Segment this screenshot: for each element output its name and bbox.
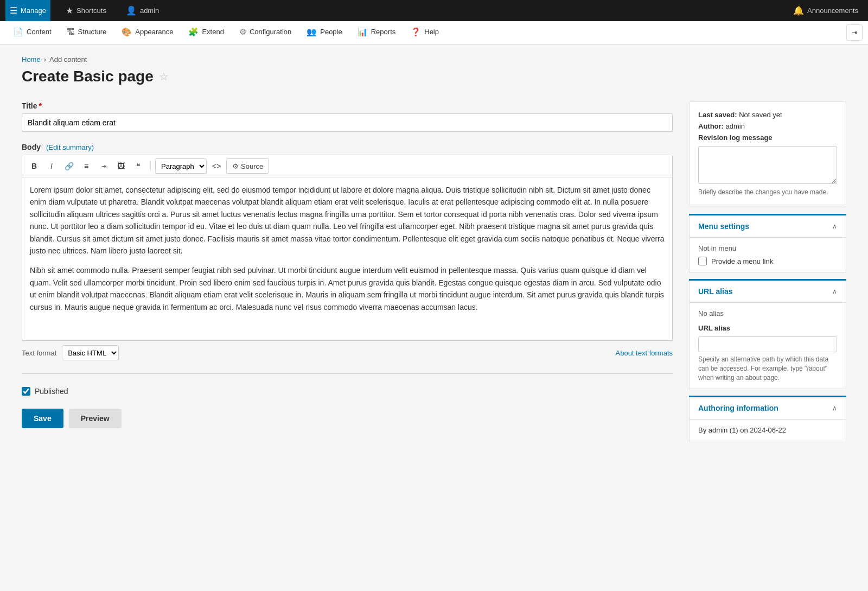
url-alias-chevron: ∧ — [832, 288, 837, 295]
text-format-select[interactable]: Basic HTML Full HTML Plain text — [62, 345, 119, 360]
url-alias-section-title: URL alias — [698, 287, 733, 296]
admin-bar: ☰ Manage ★ Shortcuts 👤 admin 🔔 Announcem… — [0, 0, 868, 21]
save-button[interactable]: Save — [22, 409, 63, 428]
title-input[interactable] — [22, 113, 673, 132]
nav-help[interactable]: ❓ Help — [403, 21, 446, 44]
body-paragraph-2: Nibh sit amet commodo nulla. Praesent se… — [30, 264, 665, 313]
authoring-section: Authoring information ∧ By admin (1) on … — [689, 396, 846, 441]
toolbar-separator — [150, 161, 151, 171]
authoring-header[interactable]: Authoring information ∧ — [689, 397, 846, 420]
published-label[interactable]: Published — [35, 387, 68, 396]
image-button[interactable]: 🖼 — [113, 158, 129, 174]
authoring-title: Authoring information — [698, 404, 778, 412]
nav-people[interactable]: 👥 People — [299, 21, 349, 44]
configuration-icon: ⚙ — [239, 27, 246, 37]
menu-settings-title: Menu settings — [698, 222, 749, 231]
menu-settings-header[interactable]: Menu settings ∧ — [689, 215, 846, 238]
body-field-group: Body (Edit summary) B I 🔗 ≡ ⇥ 🖼 ❝ — [22, 143, 673, 360]
breadcrumb: Home › Add content — [22, 55, 846, 63]
revision-hint: Briefly describe the changes you have ma… — [698, 188, 837, 196]
nav-structure[interactable]: 🏗 Structure — [59, 21, 114, 44]
structure-icon: 🏗 — [67, 27, 75, 36]
menu-link-label[interactable]: Provide a menu link — [711, 257, 773, 265]
blockquote-button[interactable]: ❝ — [131, 158, 146, 174]
breadcrumb-home[interactable]: Home — [22, 55, 41, 63]
nav-configuration[interactable]: ⚙ Configuration — [232, 21, 299, 44]
manage-button[interactable]: ☰ Manage — [5, 0, 50, 21]
editor-content[interactable]: Lorem ipsum dolor sit amet, consectetur … — [22, 177, 672, 340]
nav-collapse-button[interactable]: ⇥ — [846, 24, 863, 41]
published-checkbox[interactable] — [22, 387, 30, 396]
link-button[interactable]: 🔗 — [61, 158, 76, 174]
breadcrumb-separator: › — [44, 55, 46, 63]
menu-link-checkbox[interactable] — [698, 257, 707, 265]
url-alias-input[interactable] — [698, 336, 837, 352]
edit-summary-link[interactable]: (Edit summary) — [46, 143, 94, 151]
manage-icon: ☰ — [10, 5, 17, 16]
form-divider — [22, 373, 673, 374]
indent-button[interactable]: ⇥ — [96, 158, 111, 174]
admin-user-button[interactable]: 👤 admin — [122, 0, 163, 21]
preview-button[interactable]: Preview — [69, 409, 122, 428]
reports-icon: 📊 — [358, 27, 368, 37]
form-area: Title * Body (Edit summary) B I 🔗 — [22, 101, 673, 428]
editor-wrapper: B I 🔗 ≡ ⇥ 🖼 ❝ Paragraph Heading 1 Headin… — [22, 155, 673, 341]
page-title: Create Basic page — [22, 68, 154, 85]
menu-settings-section: Menu settings ∧ Not in menu Provide a me… — [689, 214, 846, 272]
action-buttons: Save Preview — [22, 409, 673, 428]
main-layout: Title * Body (Edit summary) B I 🔗 — [22, 101, 846, 448]
menu-settings-body: Not in menu Provide a menu link — [689, 238, 846, 272]
title-label: Title * — [22, 101, 673, 110]
menu-settings-subtitle: Not in menu — [698, 244, 837, 252]
sidebar-meta-card: Last saved: Not saved yet Author: admin … — [689, 101, 846, 205]
last-saved-item: Last saved: Not saved yet — [698, 111, 837, 119]
page-content: Home › Add content Create Basic page ☆ T… — [0, 45, 868, 459]
breadcrumb-current: Add content — [49, 55, 87, 63]
menu-link-row: Provide a menu link — [698, 257, 837, 265]
title-required: * — [39, 101, 42, 110]
secondary-nav: 📄 Content 🏗 Structure 🎨 Appearance 🧩 Ext… — [0, 21, 868, 45]
bold-button[interactable]: B — [27, 158, 42, 174]
url-alias-section: URL alias ∧ No alias URL alias Specify a… — [689, 279, 846, 389]
revision-log-label: Revision log message — [698, 134, 837, 142]
bullet-list-button[interactable]: ≡ — [79, 158, 94, 174]
sidebar: Last saved: Not saved yet Author: admin … — [689, 101, 846, 448]
help-icon: ❓ — [411, 27, 421, 37]
shortcuts-button[interactable]: ★ Shortcuts — [61, 0, 111, 21]
authoring-body: By admin (1) on 2024-06-22 — [689, 420, 846, 441]
favorite-icon[interactable]: ☆ — [159, 70, 169, 83]
nav-reports[interactable]: 📊 Reports — [350, 21, 404, 44]
nav-extend[interactable]: 🧩 Extend — [181, 21, 231, 44]
source-button[interactable]: ⚙ Source — [226, 158, 269, 174]
authoring-info: By admin (1) on 2024-06-22 — [698, 426, 837, 434]
about-formats-link[interactable]: About text formats — [616, 349, 673, 357]
authoring-chevron: ∧ — [832, 404, 837, 412]
url-alias-hint: Specify an alternative path by which thi… — [698, 355, 837, 382]
star-icon: ★ — [66, 5, 73, 16]
text-format-bar: Text format Basic HTML Full HTML Plain t… — [22, 345, 673, 360]
body-paragraph-1: Lorem ipsum dolor sit amet, consectetur … — [30, 184, 665, 257]
text-format-selector: Text format Basic HTML Full HTML Plain t… — [22, 345, 119, 360]
italic-button[interactable]: I — [44, 158, 59, 174]
published-row: Published — [22, 387, 673, 396]
page-title-row: Create Basic page ☆ — [22, 68, 846, 85]
announcements-button[interactable]: 🔔 Announcements — [789, 0, 863, 21]
text-format-label: Text format — [22, 349, 56, 357]
people-icon: 👥 — [307, 27, 317, 37]
nav-appearance[interactable]: 🎨 Appearance — [114, 21, 181, 44]
revision-log-input[interactable] — [698, 146, 837, 184]
editor-toolbar: B I 🔗 ≡ ⇥ 🖼 ❝ Paragraph Heading 1 Headin… — [22, 155, 672, 177]
appearance-icon: 🎨 — [122, 27, 132, 37]
code-button[interactable]: <> — [209, 158, 224, 174]
menu-settings-chevron: ∧ — [832, 223, 837, 230]
source-icon: ⚙ — [232, 162, 239, 170]
url-alias-header[interactable]: URL alias ∧ — [689, 281, 846, 303]
content-icon: 📄 — [13, 27, 23, 37]
nav-content[interactable]: 📄 Content — [5, 21, 59, 44]
url-alias-body: No alias URL alias Specify an alternativ… — [689, 303, 846, 389]
body-label: Body (Edit summary) — [22, 143, 673, 151]
extend-icon: 🧩 — [188, 27, 199, 37]
user-icon: 👤 — [126, 5, 137, 16]
url-alias-subtitle: No alias — [698, 309, 837, 317]
paragraph-format-select[interactable]: Paragraph Heading 1 Heading 2 Heading 3 — [155, 158, 207, 174]
